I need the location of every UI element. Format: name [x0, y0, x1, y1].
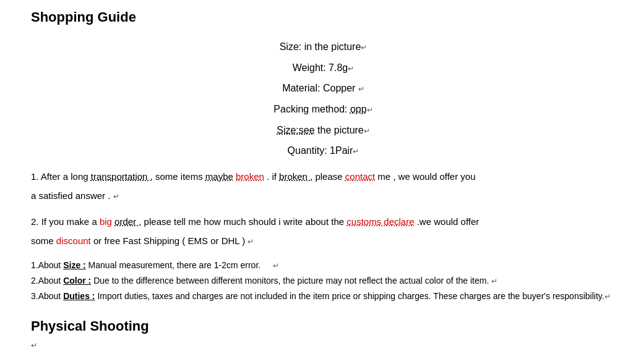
note-duties-text: Import duties, taxes and charges are not… [95, 291, 611, 301]
para1-continuation: a satisfied answer . ↵ [31, 190, 119, 201]
notes-section: 1.About Size : Manual measurement, there… [31, 258, 616, 305]
note-size-label: Size : [63, 260, 86, 270]
shopping-guide-section: Shopping Guide Size: in the picture↵ Wei… [31, 6, 616, 352]
spec-size2: Size:see the picture↵ [31, 122, 616, 138]
page-title: Shopping Guide [31, 6, 616, 28]
para1-text: 1. After a long transportation , some it… [31, 171, 476, 182]
note-color-prefix: 2.About [31, 276, 63, 286]
note-size-prefix: 1.About [31, 260, 63, 270]
note-size: 1.About Size : Manual measurement, there… [31, 258, 616, 273]
note-size-text: Manual measurement, there are 1-2cm erro… [86, 260, 279, 270]
note-color-label: Color : [63, 276, 91, 286]
spec-packing: Packing method: opp↵ [31, 101, 616, 117]
spec-size2-label: Size:see [277, 125, 314, 135]
spec-weight: Weight: 7.8g↵ [31, 60, 616, 76]
paragraph-2: 2. If you make a big order , please tell… [31, 214, 616, 249]
note-duties-prefix: 3.About [31, 291, 63, 301]
note-duties: 3.About Duties : Import duties, taxes an… [31, 289, 616, 304]
spec-size: Size: in the picture↵ [31, 39, 616, 55]
note-color-text: Due to the difference between different … [91, 276, 497, 286]
spec-material: Material: Copper ↵ [31, 80, 616, 96]
spec-packing-value: opp [350, 104, 367, 114]
paragraph-1: 1. After a long transportation , some it… [31, 169, 616, 204]
physical-shooting-return: ↵ [31, 337, 616, 352]
spec-quantity: Quantity: 1Pair↵ [31, 143, 616, 159]
physical-shooting-title: Physical Shooting [31, 315, 616, 337]
note-color: 2.About Color : Due to the difference be… [31, 273, 616, 289]
note-duties-label: Duties : [63, 291, 95, 301]
para2-continuation: some discount or free Fast Shipping ( EM… [31, 235, 254, 246]
para2-text: 2. If you make a big order , please tell… [31, 216, 479, 227]
